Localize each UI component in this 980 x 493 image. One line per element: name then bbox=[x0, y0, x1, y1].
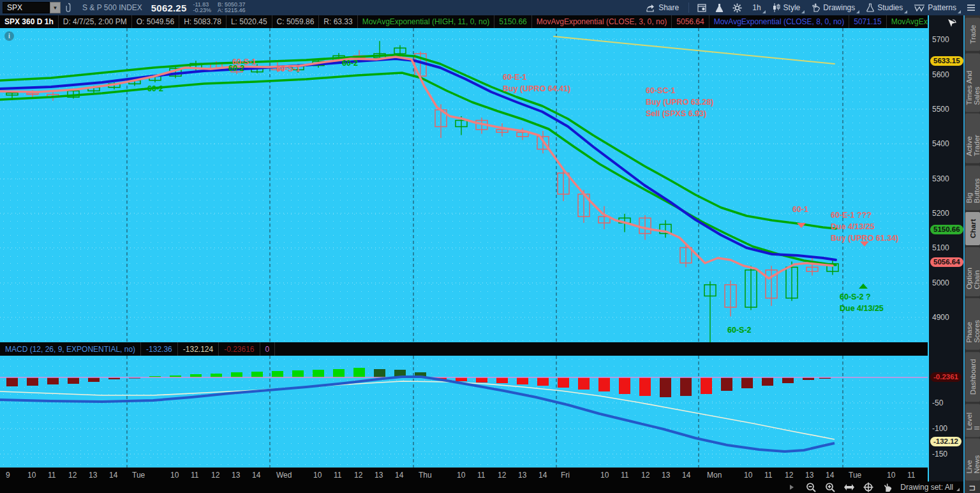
zoom-out-icon[interactable] bbox=[805, 482, 817, 492]
interval-dropdown[interactable]: 1h bbox=[746, 0, 766, 15]
price-tick: 4900 bbox=[932, 313, 949, 322]
sidebar-tab-live-news[interactable]: Live News bbox=[965, 439, 980, 481]
sidebar-tab-chart[interactable]: Chart bbox=[965, 212, 980, 245]
ohlc-field: C: 5059.86 bbox=[272, 15, 320, 28]
header-toolbar: Share 1h Style Drawings bbox=[640, 0, 980, 15]
main-price-chart[interactable]: i 60-260-S-160-260-S-160-260-E-1 Buy (UP… bbox=[0, 28, 928, 342]
time-label: 11 bbox=[334, 471, 341, 480]
drawing-set-selector[interactable]: Drawing set: All bbox=[900, 483, 960, 492]
macd-study-value: -132.36 bbox=[141, 342, 178, 356]
sidebar-tab-trade[interactable]: Trade bbox=[965, 18, 980, 51]
chart-annotation: 60-SC-1 Buy (UPRO 63.28) Sell (SPXS 6.93… bbox=[646, 85, 713, 119]
macd-histogram-bar bbox=[251, 372, 263, 377]
sidebar-tab-phase-scores[interactable]: Phase Scores bbox=[965, 298, 980, 350]
price-tick: 5500 bbox=[932, 105, 949, 114]
collapse-arrow-icon[interactable] bbox=[785, 482, 798, 492]
calendar-alert-icon[interactable] bbox=[693, 0, 711, 15]
crosshair-icon[interactable] bbox=[862, 482, 875, 492]
study-label[interactable]: MovAvgExponential (LOW, 11, 0, no) bbox=[887, 15, 928, 28]
sidebar-tab-big-buttons[interactable]: Big Buttons bbox=[965, 165, 980, 210]
style-dropdown[interactable]: Style bbox=[767, 0, 806, 15]
macd-study-label[interactable]: MACD (12, 26, 9, EXPONENTIAL, no) bbox=[0, 342, 141, 356]
macd-study-value: -0.23616 bbox=[219, 342, 260, 356]
time-label: Thu bbox=[419, 471, 432, 480]
time-label: 10 bbox=[887, 471, 895, 480]
flask-icon[interactable] bbox=[711, 0, 728, 15]
macd-study-value: -132.124 bbox=[178, 342, 219, 356]
change-stack: -11.83 -0.23% bbox=[193, 2, 211, 13]
series-label: SPX 360 D 1h bbox=[0, 15, 59, 28]
thinkorswim-chart-window: SPX ▼ S & P 500 INDEX 5062.25 -11.83 -0.… bbox=[0, 0, 980, 493]
pan-horizontal-icon[interactable] bbox=[843, 482, 856, 492]
time-label: 11 bbox=[48, 471, 56, 480]
cursor-mode-icon[interactable] bbox=[947, 18, 957, 30]
right-gadget-sidebar: TradeTimes And SalesActive TraderBig But… bbox=[963, 15, 980, 493]
layout-corner-icon[interactable]: ⊐ bbox=[965, 483, 980, 493]
ohlc-field: O: 5049.56 bbox=[132, 15, 179, 28]
trade-marker-up-triangle bbox=[859, 284, 868, 289]
time-label: 10 bbox=[27, 471, 36, 480]
macd-study-panel[interactable] bbox=[0, 356, 928, 467]
last-price: 5062.25 bbox=[151, 3, 187, 13]
time-label: Wed bbox=[276, 471, 292, 480]
study-value: 5071.15 bbox=[849, 15, 886, 28]
sidebar-tab-times-and-sales[interactable]: Times And Sales bbox=[965, 53, 980, 112]
price-axis[interactable]: 570056005500540053005200510050004900-50-… bbox=[928, 15, 963, 482]
macd-histogram-bar bbox=[517, 377, 528, 384]
sidebar-tab-dashboard[interactable]: Dashboard bbox=[965, 352, 980, 402]
macd-histogram-bar bbox=[47, 377, 59, 384]
macd-histogram-bar bbox=[598, 377, 610, 391]
macd-histogram-bar bbox=[476, 377, 487, 383]
macd-histogram-bar bbox=[660, 377, 671, 397]
menu-icon[interactable] bbox=[962, 0, 980, 15]
share-label: Share bbox=[658, 3, 679, 12]
share-button[interactable]: Share bbox=[640, 0, 685, 15]
symbol-dropdown-button[interactable]: ▼ bbox=[50, 2, 61, 13]
price-tick: -150 bbox=[932, 450, 947, 459]
sidebar-tab-level-ii[interactable]: Level II bbox=[965, 404, 980, 437]
macd-histogram-bar bbox=[374, 369, 385, 377]
annotation-layer: 60-260-S-160-260-S-160-260-E-1 Buy (UPRO… bbox=[0, 28, 928, 342]
time-label: 13 bbox=[375, 471, 383, 480]
sidebar-tab-option-chain[interactable]: Option Chain bbox=[965, 247, 980, 296]
link-paperclip-icon[interactable] bbox=[61, 0, 76, 15]
hand-pan-tool-icon[interactable] bbox=[881, 482, 894, 492]
time-label: 12 bbox=[354, 471, 362, 480]
time-label: 13 bbox=[805, 471, 813, 480]
study-label[interactable]: MovAvgExponential (HIGH, 11, 0, no) bbox=[358, 15, 495, 28]
bottom-toolbar: Drawing set: All bbox=[0, 482, 963, 493]
patterns-dropdown[interactable]: Patterns bbox=[909, 0, 962, 15]
time-label: 11 bbox=[907, 471, 915, 480]
symbol-input[interactable]: SPX bbox=[3, 2, 50, 13]
macd-histogram-bar bbox=[537, 377, 549, 386]
ohlc-field: D: 4/7/25, 2:00 PM bbox=[59, 15, 132, 28]
gear-icon[interactable] bbox=[728, 0, 746, 15]
study-label[interactable]: MovAvgExponential (CLOSE, 3, 0, no) bbox=[532, 15, 672, 28]
style-label: Style bbox=[783, 3, 801, 12]
price-tick: 5600 bbox=[932, 70, 949, 79]
macd-histogram-bar bbox=[231, 372, 242, 377]
macd-histogram-bar bbox=[680, 377, 692, 396]
study-label[interactable]: MovAvgExponential (CLOSE, 8, 0, no) bbox=[709, 15, 850, 28]
time-label: 11 bbox=[477, 471, 485, 480]
price-tick: -50 bbox=[932, 398, 943, 407]
zoom-in-icon[interactable] bbox=[824, 482, 836, 492]
drawings-dropdown[interactable]: Drawings bbox=[806, 0, 861, 15]
time-label: 12 bbox=[68, 471, 77, 480]
time-label: 13 bbox=[518, 471, 526, 480]
time-label: 14 bbox=[682, 471, 690, 480]
time-label: 14 bbox=[109, 471, 117, 480]
macd-histogram-bar bbox=[701, 377, 712, 394]
time-label: 11 bbox=[191, 471, 198, 480]
price-tick: 5300 bbox=[932, 174, 949, 183]
macd-histogram-bar bbox=[6, 377, 18, 386]
trade-marker-down-triangle bbox=[797, 223, 806, 228]
macd-label-bar: MACD (12, 26, 9, EXPONENTIAL, no)-132.36… bbox=[0, 342, 963, 356]
macd-histogram-bar bbox=[211, 374, 222, 377]
macd-histogram-bar bbox=[639, 377, 651, 396]
studies-dropdown[interactable]: Studies bbox=[861, 0, 909, 15]
macd-histogram-bar bbox=[721, 377, 732, 391]
symbol-combo[interactable]: SPX ▼ bbox=[3, 2, 61, 13]
sidebar-tab-active-trader[interactable]: Active Trader bbox=[965, 114, 980, 163]
time-label: 12 bbox=[641, 471, 650, 480]
